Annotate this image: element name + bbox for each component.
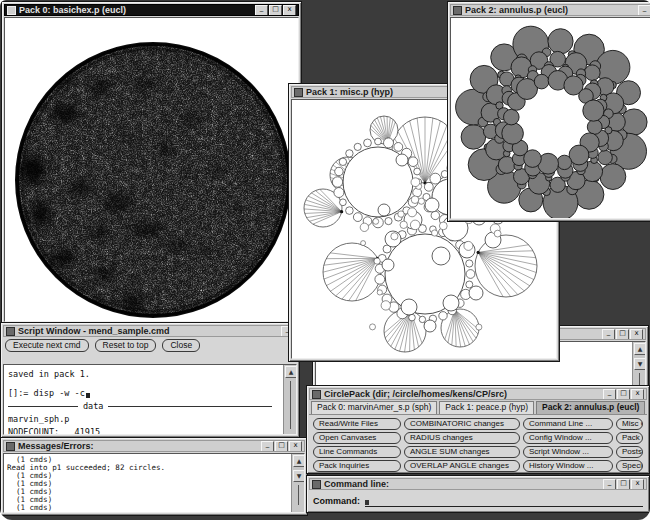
- pack2-title: Pack 2: annulus.p (eucl): [465, 5, 634, 15]
- script-divider: data: [8, 400, 280, 413]
- scroll-up-icon[interactable]: ▲: [293, 455, 305, 467]
- cp-button-line-commands[interactable]: Line Commands: [313, 446, 401, 458]
- window-messages: Messages/Errors: _□x (1 cmds)Read into p…: [0, 437, 308, 516]
- maximize-button[interactable]: □: [275, 441, 288, 452]
- command-input[interactable]: [365, 495, 643, 507]
- minimize-button[interactable]: _: [638, 5, 650, 16]
- command-prompt-label: Command:: [313, 496, 360, 506]
- window-icon: [312, 480, 321, 489]
- message-line: (1 cmds): [7, 512, 289, 513]
- commandline-title: Command line:: [324, 479, 599, 489]
- script-canvas[interactable]: saved in pack 1.[]:= disp -w -cdatamarvi…: [3, 364, 297, 435]
- close-button[interactable]: x: [289, 441, 302, 452]
- window-commandline: Command line: _□x Command:: [306, 475, 650, 513]
- script-line: marvin_sph.p: [8, 413, 280, 426]
- messages-canvas[interactable]: (1 cmds)Read into p1 succeeded; 82 circl…: [3, 453, 305, 513]
- cp-button-special-routine-calls[interactable]: Special Routine Calls: [616, 460, 643, 472]
- minimize-button[interactable]: _: [255, 5, 268, 16]
- messages-titlebar[interactable]: Messages/Errors: _□x: [3, 440, 305, 452]
- messages-scrollbar[interactable]: ▲ ▼: [291, 454, 304, 512]
- tab-pack1[interactable]: Pack 1: peace.p (hyp): [439, 401, 534, 414]
- close-button[interactable]: x: [630, 329, 643, 340]
- cp-button-postscript-printing[interactable]: Postscript Printing: [616, 446, 643, 458]
- circlepack-title: CirclePack (dir; /circle/homes/kens/CP/s…: [324, 389, 599, 399]
- window-icon: [294, 88, 303, 97]
- circlepack-titlebar[interactable]: CirclePack (dir; /circle/homes/kens/CP/s…: [309, 388, 647, 400]
- script-button-row: Execute next cmdReset to topClose: [3, 337, 297, 353]
- scroll-down-icon[interactable]: ▼: [634, 358, 646, 370]
- cp-button-read-write-files[interactable]: Read/Write Files: [313, 418, 401, 430]
- cp-button-history-window[interactable]: History Window ...: [523, 460, 613, 472]
- pack0-titlebar[interactable]: Pack 0: basichex.p (eucl) _□x: [4, 4, 299, 16]
- minimize-button[interactable]: _: [602, 329, 615, 340]
- close-button[interactable]: x: [631, 479, 644, 490]
- pack2-titlebar[interactable]: Pack 2: annulus.p (eucl) _: [450, 4, 650, 16]
- minimize-button[interactable]: _: [603, 479, 616, 490]
- cp-button-combinatoric-changes[interactable]: COMBINATORIC changes: [404, 418, 520, 430]
- script-line: NODECOUNT: 41915: [8, 426, 280, 435]
- cp-button-angle-sum-changes[interactable]: ANGLE SUM changes: [404, 446, 520, 458]
- messages-title: Messages/Errors:: [18, 441, 257, 451]
- window-icon: [312, 390, 321, 399]
- maximize-button[interactable]: □: [617, 479, 630, 490]
- script-button-execute-next-cmd[interactable]: Execute next cmd: [5, 339, 89, 352]
- desktop: Pack 0: basichex.p (eucl) _□x Script Win…: [0, 0, 650, 520]
- cp-button-command-line[interactable]: Command Line ...: [523, 418, 613, 430]
- pack-tab-row: Pack 0: marvinAmer_s.p (sph)Pack 1: peac…: [309, 400, 647, 415]
- script-divider-label: data: [78, 400, 108, 413]
- window-pack2: Pack 2: annulus.p (eucl) _: [447, 1, 650, 222]
- pack0-canvas[interactable]: [4, 17, 299, 322]
- cp-button-misc-computations[interactable]: Misc Computations: [616, 418, 643, 430]
- script-title: Script Window - mend_sample.cmd: [18, 326, 277, 336]
- script-line: []:= disp -w -c: [8, 387, 280, 400]
- messages-text: (1 cmds)Read into p1 succeeded; 82 circl…: [4, 454, 292, 513]
- pack2-annulus-drawing: [451, 18, 650, 219]
- scroll-up-icon[interactable]: ▲: [634, 343, 646, 355]
- pack0-title: Pack 0: basichex.p (eucl): [19, 5, 251, 15]
- scroll-down-icon[interactable]: ▼: [293, 470, 305, 482]
- background-scrollbar[interactable]: ▲ ▼: [632, 342, 645, 385]
- window-icon: [7, 6, 16, 15]
- cp-button-script-window[interactable]: Script Window ...: [523, 446, 613, 458]
- close-button[interactable]: x: [283, 5, 296, 16]
- window-script: Script Window - mend_sample.cmd _ Execut…: [0, 322, 300, 438]
- maximize-button[interactable]: □: [616, 329, 629, 340]
- cp-button-radius-changes[interactable]: RADIUS changes: [404, 432, 520, 444]
- pack0-sphere-drawing: [5, 18, 299, 322]
- close-button[interactable]: x: [631, 389, 644, 400]
- script-scrollbar[interactable]: ▲: [283, 365, 296, 434]
- window-icon: [453, 6, 462, 15]
- script-line-text: NODECOUNT: 41915: [8, 427, 100, 435]
- window-icon: [6, 442, 15, 451]
- scroll-up-icon[interactable]: ▲: [285, 366, 297, 378]
- window-circlepack: CirclePack (dir; /circle/homes/kens/CP/s…: [306, 385, 650, 474]
- script-button-reset-to-top[interactable]: Reset to top: [95, 339, 157, 352]
- script-line-text: marvin_sph.p: [8, 414, 69, 424]
- script-titlebar[interactable]: Script Window - mend_sample.cmd _: [3, 325, 297, 337]
- tab-pack0[interactable]: Pack 0: marvinAmer_s.p (sph): [311, 401, 437, 414]
- cp-button-config-window[interactable]: Config Window ...: [523, 432, 613, 444]
- cp-button-open-canvases[interactable]: Open Canvases: [313, 432, 401, 444]
- text-caret: [86, 393, 90, 398]
- maximize-button[interactable]: □: [269, 5, 282, 16]
- cp-button-overlap-angle-changes[interactable]: OVERLAP ANGLE changes: [404, 460, 520, 472]
- cp-button-pack-color-coding[interactable]: Pack COLOR Coding: [616, 432, 643, 444]
- window-icon: [6, 327, 15, 336]
- cp-button-pack-inquiries[interactable]: Pack Inquiries: [313, 460, 401, 472]
- pack2-canvas[interactable]: [450, 17, 650, 219]
- minimize-button[interactable]: _: [603, 389, 616, 400]
- window-pack0: Pack 0: basichex.p (eucl) _□x: [1, 1, 302, 325]
- script-line: saved in pack 1.: [8, 368, 280, 381]
- script-text: saved in pack 1.[]:= disp -w -cdatamarvi…: [4, 365, 284, 435]
- commandline-titlebar[interactable]: Command line: _□x: [309, 478, 647, 490]
- script-line-text: saved in pack 1.: [8, 369, 90, 379]
- tab-pack2[interactable]: Pack 2: annulus.p (eucl): [536, 401, 645, 414]
- maximize-button[interactable]: □: [617, 389, 630, 400]
- script-button-close[interactable]: Close: [162, 339, 200, 352]
- script-line-text: []:= disp -w -c: [8, 388, 85, 398]
- minimize-button[interactable]: _: [261, 441, 274, 452]
- text-caret: [365, 500, 369, 505]
